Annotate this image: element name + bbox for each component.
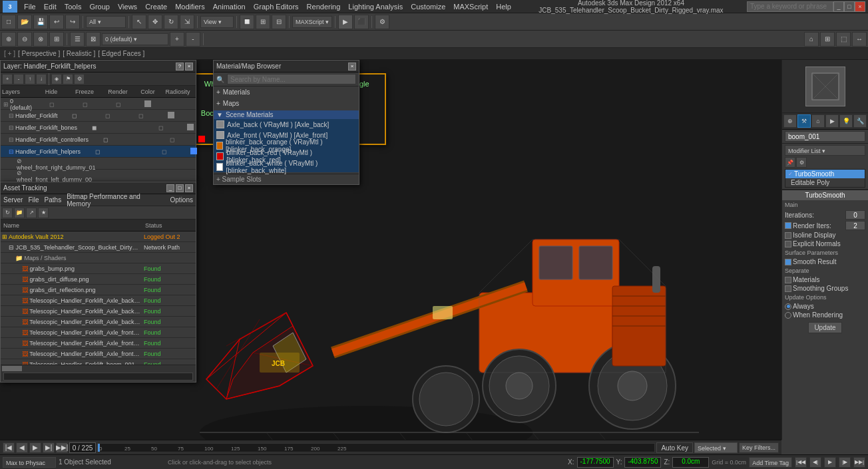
- menu-maxscript[interactable]: MAXScript: [449, 0, 492, 13]
- right-tool3[interactable]: ⬚: [836, 32, 851, 47]
- materials-checkbox[interactable]: [785, 277, 791, 283]
- menu-views[interactable]: Views: [114, 0, 141, 13]
- materials-header[interactable]: + Materials: [216, 88, 356, 96]
- menu-create[interactable]: Create: [141, 0, 171, 13]
- maximize-button[interactable]: □: [844, 1, 855, 12]
- utility-icon[interactable]: 🔧: [853, 114, 867, 128]
- layer-select[interactable]: 0 (default) ▾: [102, 33, 168, 45]
- asset-menu-bitmap[interactable]: Bitmap Performance and Memory: [67, 193, 164, 208]
- status-prev-key[interactable]: ◀|: [809, 457, 821, 468]
- layer4-btn[interactable]: -: [186, 32, 200, 47]
- layer-render-handler[interactable]: ◻: [124, 112, 158, 119]
- minimize-button[interactable]: _: [833, 1, 844, 12]
- layer-row-controllers[interactable]: ⊟ Handler_Forklift_controllers ◻ ◻: [1, 134, 196, 146]
- scene-materials-header[interactable]: ▼ Scene Materials: [214, 110, 359, 119]
- menu-graph-editors[interactable]: Graph Editors: [250, 0, 303, 13]
- close-button[interactable]: ×: [855, 1, 865, 12]
- snap-btn[interactable]: 🔲: [240, 15, 254, 29]
- isoline-checkbox[interactable]: [785, 232, 791, 239]
- layers-panel-titlebar[interactable]: Layer: Handler_Forklift_helpers ? ×: [1, 61, 196, 73]
- mat-blinker-white[interactable]: blinker_back_white ( VRayMtl ) [blinker_…: [214, 162, 359, 172]
- status-next-key[interactable]: |▶: [839, 457, 851, 468]
- pin-stack-btn[interactable]: 📌: [785, 157, 795, 168]
- asset-img4[interactable]: 🖼 Telescopic_Handler_Forklift_Axle_back_…: [1, 295, 196, 306]
- asset-img7[interactable]: 🖼 Telescopic_Handler_Forklift_Axle_front…: [1, 327, 196, 338]
- layer-hide-default[interactable]: ◻: [35, 101, 68, 108]
- status-goto-start[interactable]: |◀◀: [795, 457, 807, 468]
- right-tool1[interactable]: ⌂: [804, 32, 819, 47]
- layer-hide-controllers[interactable]: ◻: [89, 136, 122, 143]
- rotate-btn[interactable]: ↻: [164, 15, 178, 29]
- display-icon[interactable]: 💡: [839, 114, 853, 128]
- asset-img1[interactable]: 🖼 grabs_bump.png Found: [1, 263, 196, 274]
- snap3d-btn[interactable]: ⊟: [272, 15, 286, 29]
- move-btn[interactable]: ✥: [148, 15, 162, 29]
- explicit-checkbox[interactable]: [785, 241, 791, 247]
- scale-btn[interactable]: ⇲: [180, 15, 194, 29]
- menu-edit[interactable]: Edit: [40, 0, 61, 13]
- sample-slots-section[interactable]: + Sample Slots: [214, 174, 359, 184]
- goto-start-btn[interactable]: |◀: [3, 442, 15, 453]
- layer-row-default[interactable]: ⊞ 0 (default) ◻ ◻ ◻: [1, 98, 196, 110]
- right-tool4[interactable]: ↔: [852, 32, 867, 47]
- layer-freeze-handler[interactable]: ◻: [91, 112, 124, 119]
- asset-img10[interactable]: 🖼 Telescopic_Handler_Forklift_boom_001_d…: [1, 359, 196, 365]
- layer-freeze-default[interactable]: ◻: [68, 101, 101, 108]
- layer-row-wheel-l[interactable]: ⊘ wheel_front_left_dummy_00: [1, 170, 196, 182]
- timeline-slider[interactable]: 0 25 50 75 100 125 150 175 200 225: [97, 443, 655, 452]
- create-icon[interactable]: ⊕: [783, 114, 797, 128]
- modify-icon active[interactable]: ⚒: [797, 114, 811, 128]
- layers-highlight-btn[interactable]: ⚑: [63, 74, 73, 84]
- layer-row-handler[interactable]: ⊟ Handler_Forklift ◻ ◻ ◻: [1, 110, 196, 122]
- viewport[interactable]: Total Polys: 1 188 993 Verts: 644 841 FP…: [0, 60, 781, 440]
- selected-btn[interactable]: Selected ▾: [694, 442, 738, 453]
- modifier-turbosmoooth[interactable]: ✓ TurboSmooth: [785, 170, 865, 178]
- redo-btn[interactable]: ↪: [65, 15, 80, 29]
- asset-img8[interactable]: 🖼 Telescopic_Handler_Forklift_Axle_front…: [1, 338, 196, 349]
- new-btn[interactable]: □: [1, 15, 16, 29]
- asset-scrollbar-h[interactable]: [1, 365, 196, 371]
- menu-modifiers[interactable]: Modifiers: [171, 0, 209, 13]
- asset-maps-folder[interactable]: 📁 Maps / Shaders: [1, 253, 196, 263]
- asset-menu-paths[interactable]: Paths: [45, 196, 62, 204]
- max-to-physac-btn[interactable]: Max to Physac: [3, 457, 56, 468]
- layer-render-helpers[interactable]: ◻: [147, 148, 180, 155]
- asset-close-btn[interactable]: ×: [185, 184, 193, 192]
- toolbar2-btn3[interactable]: ⊗: [33, 32, 48, 47]
- toolbar2-btn1[interactable]: ⊕: [1, 32, 16, 47]
- menu-animation[interactable]: Animation: [209, 0, 250, 13]
- add-time-tag-btn[interactable]: Add Time Tag: [749, 457, 792, 468]
- asset-select-btn[interactable]: ↗: [26, 208, 37, 218]
- layer3-btn[interactable]: +: [170, 32, 184, 47]
- toolbar2-btn4[interactable]: ⊞: [49, 32, 64, 47]
- asset-path-input[interactable]: [3, 373, 193, 381]
- layer-render-bones[interactable]: ◻: [144, 124, 177, 131]
- render-btn[interactable]: ▶: [338, 15, 353, 29]
- modifier-editable-poly[interactable]: Editable Poly: [785, 178, 865, 187]
- layers-select-btn[interactable]: ◈: [51, 74, 62, 84]
- menu-rendering[interactable]: Rendering: [303, 0, 345, 13]
- material-search-input[interactable]: [227, 74, 356, 84]
- config-btn[interactable]: ⚙: [796, 157, 807, 168]
- mat-axle-back[interactable]: Axle_back ( VRayMtl ) [Axle_back]: [214, 119, 359, 130]
- material-panel-titlebar[interactable]: Material/Map Browser ×: [214, 61, 359, 73]
- viewport-perspective[interactable]: [ Perspective ]: [18, 50, 60, 57]
- asset-maximize-btn[interactable]: □: [176, 184, 184, 192]
- asset-menu-file[interactable]: File: [28, 196, 39, 204]
- menu-help[interactable]: Help: [492, 0, 515, 13]
- asset-refresh-btn[interactable]: ↻: [2, 208, 13, 218]
- layers-del-btn[interactable]: -: [13, 74, 24, 84]
- status-play[interactable]: ▶: [824, 457, 836, 468]
- right-tool2[interactable]: ⊞: [820, 32, 835, 47]
- layers-pin-btn[interactable]: ?: [176, 63, 184, 71]
- render-iters-checkbox[interactable]: [785, 222, 791, 229]
- asset-img3[interactable]: 🖼 grabs_dirt_reflection.png Found: [1, 285, 196, 295]
- menu-group[interactable]: Group: [85, 0, 114, 13]
- viewport-edged[interactable]: [ Edged Faces ]: [98, 50, 144, 57]
- smooth-result-checkbox[interactable]: [785, 259, 791, 265]
- modifier-check-turbo[interactable]: ✓: [788, 171, 793, 177]
- layer-row-wheel-r[interactable]: ⊘ wheel_front_right_dummy_01: [1, 158, 196, 170]
- layer-row-bones[interactable]: ⊟ Handler_Forklift_bones ◼ ◻: [1, 122, 196, 134]
- prev-frame-btn[interactable]: ◀: [16, 442, 28, 453]
- layer-hide-bones[interactable]: ◼: [77, 124, 110, 131]
